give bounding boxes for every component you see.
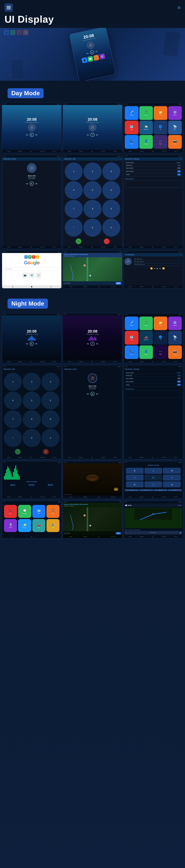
dial-9[interactable]: 9 (102, 200, 120, 218)
n-home-10[interactable]: ⬤ (31, 536, 32, 537)
n-btn-b[interactable]: ⏸ PAUSE (28, 484, 35, 486)
email-btn-9[interactable]: EMAIL (140, 286, 144, 287)
phone-btn-8[interactable]: 📞 (98, 286, 100, 287)
n-auto-8[interactable]: AUTOS (111, 496, 115, 498)
dial-4[interactable]: 4 (65, 181, 83, 199)
n-auto-2[interactable]: AUTOS (101, 361, 106, 362)
shortcut-1[interactable]: 📺 (22, 272, 28, 278)
ctrl-btn-3[interactable]: MUTE (154, 489, 167, 491)
shortcut-2[interactable]: 🗺️ (29, 272, 34, 278)
email-btn-3[interactable]: EMAIL (140, 151, 144, 152)
day-prev-2[interactable]: ⏮ (87, 133, 89, 136)
apts-btn-5[interactable]: APTS (113, 246, 117, 248)
phone-btn-4[interactable]: 📞 (30, 246, 32, 248)
phone-btn-3[interactable]: 📞 (152, 151, 154, 152)
arrow-tr[interactable]: ↗ (163, 468, 181, 474)
n-email-6[interactable]: EMAIL (140, 457, 144, 458)
n-apts-7[interactable]: APTS (53, 496, 56, 498)
n-auto-connect-toggle[interactable] (177, 381, 181, 382)
n-nav-9[interactable]: NAVI (129, 496, 132, 498)
n-app-contact[interactable]: 👤Contact (139, 345, 153, 359)
arrow-down[interactable]: ↓ (144, 481, 162, 487)
n-app-vehicle[interactable]: 🚗VehicleCar (139, 331, 153, 345)
n-nav-3[interactable]: NAVI (129, 361, 132, 362)
dial-3[interactable]: 3 (102, 162, 120, 180)
auto-btn-2[interactable]: AUTOS (101, 151, 106, 152)
nav-btn-4[interactable]: NAVI (7, 246, 10, 248)
apts-btn-2[interactable]: APTS (113, 151, 117, 152)
hero-prev-btn[interactable]: ⏮ (86, 52, 89, 55)
arrow-tl[interactable]: ↖ (126, 468, 144, 474)
hangup-btn[interactable]: 📵 (104, 239, 109, 244)
n-ios-weather[interactable]: 🌤️Weather (18, 519, 31, 532)
n-phone-3[interactable]: 📞 (152, 361, 154, 362)
night-bt-next[interactable]: ⏭ (96, 393, 98, 395)
bt-next[interactable]: ⏭ (35, 182, 37, 185)
bt-play[interactable]: ▶ (30, 182, 34, 186)
ctrl-btn-2[interactable]: VOL- (139, 489, 153, 491)
n-dial-star[interactable]: * (4, 429, 22, 447)
n-auto-3[interactable]: AUTOS (162, 361, 166, 362)
night-prev-2[interactable]: ⏮ (87, 342, 89, 345)
dial-hash[interactable]: # (102, 219, 120, 237)
email-btn-5[interactable]: EMAIL (79, 246, 83, 248)
nav-btn-9[interactable]: NAVI (129, 286, 132, 287)
google-app-icon-3[interactable]: Y (32, 255, 35, 259)
google-app-icon-4[interactable]: D (36, 255, 39, 259)
phone-btn-6[interactable]: 📞 (152, 246, 154, 248)
phone-btn-9[interactable]: 📞 (152, 286, 154, 287)
n-auto-6[interactable]: AUTOS (162, 457, 166, 458)
n-nav-5[interactable]: NAVI (68, 457, 71, 458)
n-btn-a[interactable]: ▶ PLAY (10, 484, 16, 486)
n-btn-c[interactable]: ⏹ STOP (47, 484, 53, 486)
n-email-5[interactable]: EMAIL (79, 457, 83, 458)
dial-7[interactable]: 7 (65, 200, 83, 218)
phone-btn-5[interactable]: 📞 (91, 246, 93, 248)
app-bt[interactable]: 🔵BT (154, 121, 167, 134)
n-nav-2[interactable]: NAVI (68, 361, 71, 362)
arrow-br[interactable]: ↘ (163, 481, 181, 487)
n-auto-4[interactable]: AUTOS (40, 457, 45, 458)
app-contact[interactable]: 👤Contact (139, 135, 153, 149)
n-nav-8[interactable]: NAVI (70, 496, 73, 498)
n-auto-7[interactable]: AUTOS (40, 496, 45, 498)
ctrl-btn-1[interactable]: VOL+ (125, 489, 139, 491)
n-dial-3[interactable]: 3 (42, 373, 59, 391)
lm-repeat[interactable]: 🔁 (162, 267, 165, 270)
n-call-btn[interactable]: 📞 (15, 449, 21, 455)
n-auto-5[interactable]: AUTOS (101, 457, 106, 458)
dial-2[interactable]: 2 (83, 162, 101, 180)
n-dial-2[interactable]: 2 (23, 373, 41, 391)
n-app-phone[interactable]: 📞Phone (125, 345, 138, 359)
n-email-12[interactable]: EMAIL (140, 536, 144, 537)
menu-icon[interactable] (4, 3, 13, 12)
n-phone-1[interactable]: 📞 (30, 361, 32, 362)
n-phone-12[interactable]: 📞 (152, 536, 154, 537)
n-dial-5[interactable]: 5 (23, 392, 41, 409)
call-btn[interactable]: 📞 (76, 239, 81, 244)
n-nav-7[interactable]: NAVI (7, 496, 10, 498)
n-apts-12[interactable]: APTS (174, 536, 178, 537)
day-next-1[interactable]: ⏭ (35, 133, 37, 136)
n-apts-9[interactable]: APTS (174, 496, 178, 498)
n-apts-5[interactable]: APTS (113, 457, 117, 458)
n-ios-waze[interactable]: 🚗Waze (32, 519, 45, 532)
n-ios-maps[interactable]: 🗺️Maps (32, 505, 45, 518)
n-phone-11[interactable]: 📞 (98, 536, 100, 537)
arrow-up[interactable]: ↑ (144, 468, 162, 474)
nav-btn-5[interactable]: NAVI (68, 246, 71, 248)
dial-0[interactable]: 0 (83, 219, 101, 237)
n-app-maps[interactable]: 🗺️Maps (125, 331, 138, 345)
app-maps[interactable]: 🗺️Maps (125, 121, 138, 134)
n-app-bt[interactable]: 🔵BT (154, 331, 167, 345)
n-back-10[interactable]: ◀ (12, 536, 13, 537)
lm-shuffle[interactable]: 🔀 (150, 267, 153, 270)
nav-btn-3[interactable]: NAVI (129, 151, 132, 152)
lm-prev[interactable]: ⏮ (154, 267, 156, 270)
hero-next-btn[interactable]: ⏭ (95, 50, 98, 53)
n-dial-7[interactable]: 7 (4, 410, 22, 428)
n-app-files[interactable]: 📁Files (154, 316, 167, 330)
auto-btn-8[interactable]: AUTOS (111, 286, 115, 287)
n-app-wifi[interactable]: 📡WiFi (168, 331, 182, 345)
n-email-7[interactable]: EMAIL (18, 496, 22, 498)
